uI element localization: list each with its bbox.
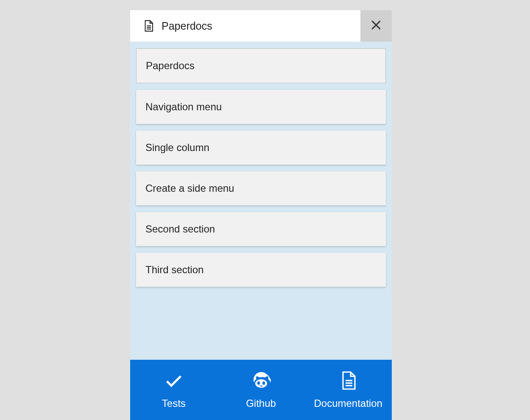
menu-item-label: Third section [145, 264, 204, 275]
menu-panel: Paperdocs Navigation menu Single column … [130, 42, 392, 360]
menu-item-navigation-menu[interactable]: Navigation menu [136, 90, 386, 124]
menu-item-label: Second section [145, 223, 215, 235]
brand-area[interactable]: Paperdocs [130, 10, 360, 42]
app-viewport: Paperdocs Paperdocs Navigation menu Sing… [122, 0, 400, 420]
tab-label: Tests [162, 398, 186, 409]
menu-item-label: Navigation menu [145, 101, 222, 112]
menu-item-label: Paperdocs [146, 60, 195, 71]
bottom-tab-bar: Tests Github [130, 360, 392, 420]
menu-item-second-section[interactable]: Second section [136, 212, 386, 246]
menu-item-label: Single column [145, 142, 209, 153]
svg-point-6 [257, 381, 259, 385]
menu-item-third-section[interactable]: Third section [136, 253, 386, 287]
brand-title: Paperdocs [162, 20, 212, 32]
svg-point-8 [260, 385, 261, 386]
tab-label: Github [246, 398, 276, 409]
menu-item-create-side-menu[interactable]: Create a side menu [136, 171, 386, 205]
close-button[interactable] [360, 10, 392, 42]
tab-github[interactable]: Github [218, 360, 305, 420]
cross-icon [370, 19, 382, 33]
tab-tests[interactable]: Tests [130, 360, 218, 420]
check-icon [164, 370, 184, 392]
menu-item-label: Create a side menu [145, 182, 234, 194]
tab-documentation[interactable]: Documentation [304, 360, 392, 420]
svg-point-7 [262, 381, 265, 385]
header-bar: Paperdocs [130, 10, 392, 42]
document-icon [142, 20, 155, 32]
github-icon [251, 370, 271, 392]
tab-label: Documentation [314, 398, 382, 409]
document-icon [338, 370, 358, 392]
menu-item-paperdocs[interactable]: Paperdocs [136, 48, 386, 83]
menu-item-single-column[interactable]: Single column [136, 131, 386, 165]
